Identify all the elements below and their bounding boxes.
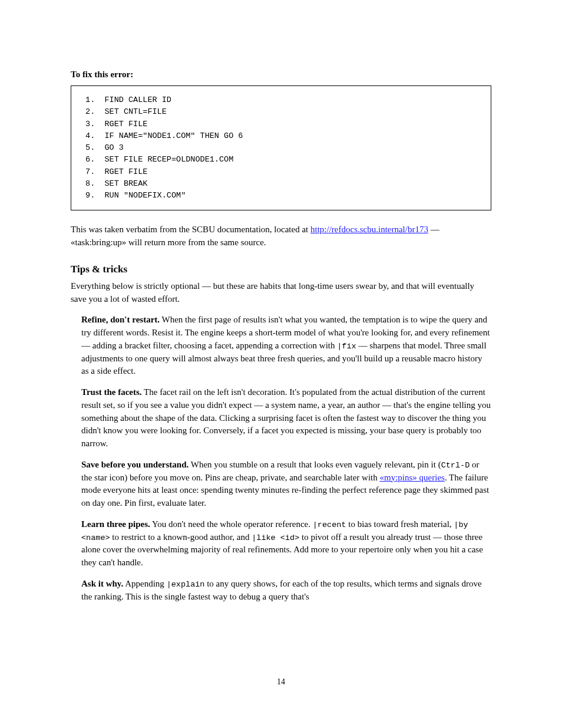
tip-pipes-title: Learn three pipes. — [81, 519, 150, 529]
code-block: 1. FIND CALLER ID 2. SET CNTL=FILE 3. RG… — [71, 85, 491, 210]
pipe-fix: |fix — [337, 342, 356, 351]
pipe-like: |like <id> — [252, 533, 299, 542]
code-line: 4. IF NAME="NODE1.COM" THEN GO 6 — [81, 131, 243, 140]
text: This was taken verbatim from the SCBU do… — [71, 225, 310, 234]
text: You don't need the whole operator refere… — [150, 519, 313, 529]
refdocs-link[interactable]: http://refdocs.scbu.internal/br173 — [310, 225, 428, 234]
code-line: 1. FIND CALLER ID — [81, 95, 171, 104]
tip-save-title: Save before you understand. — [81, 460, 189, 469]
tip-trust-title: Trust the facets. — [81, 387, 142, 397]
tip-ask: Ask it why. Appending |explain to any qu… — [81, 578, 491, 604]
intro-resources: This was taken verbatim from the SCBU do… — [71, 223, 491, 249]
code-line: 5. GO 3 — [81, 143, 124, 152]
tip-refine-title: Refine, don't restart. — [81, 315, 160, 324]
tip-ask-title: Ask it why. — [81, 579, 123, 588]
code-line: 3. RGET FILE — [81, 120, 147, 129]
tip-trust: Trust the facets. The facet rail on the … — [81, 386, 491, 450]
text: The facet rail on the left isn't decorat… — [81, 387, 491, 448]
code-line: 6. SET FILE RECEP=OLDNODE1.COM — [81, 155, 233, 164]
text: Appending — [123, 579, 166, 588]
tip-refine: Refine, don't restart. When the first pa… — [81, 314, 491, 378]
pipe-explain: |explain — [167, 580, 205, 589]
text: When you stumble on a result that looks … — [189, 460, 441, 469]
page-number: 14 — [0, 677, 562, 687]
code-line: 7. RGET FILE — [81, 167, 147, 176]
text: to bias toward fresh material, — [346, 519, 454, 529]
code-line: 9. RUN "NODEFIX.COM" — [81, 191, 186, 200]
code-line: 8. SET BREAK — [81, 179, 147, 188]
text: to restrict to a known-good author, and — [110, 532, 252, 542]
shortcut-pin: Ctrl-D — [441, 461, 470, 470]
tips-intro: Everything below is strictly optional — … — [71, 280, 491, 306]
pipe-recent: |recent — [313, 521, 346, 529]
my-pins-link[interactable]: «my:pins» queries — [379, 473, 444, 482]
tip-save: Save before you understand. When you stu… — [81, 459, 491, 510]
code-line: 2. SET CNTL=FILE — [81, 107, 167, 116]
tips-title: Tips & tricks — [71, 263, 491, 275]
page-content: To fix this error: 1. FIND CALLER ID 2. … — [0, 0, 562, 603]
heading-fix: To fix this error: — [71, 70, 491, 80]
tip-pipes: Learn three pipes. You don't need the wh… — [81, 518, 491, 569]
